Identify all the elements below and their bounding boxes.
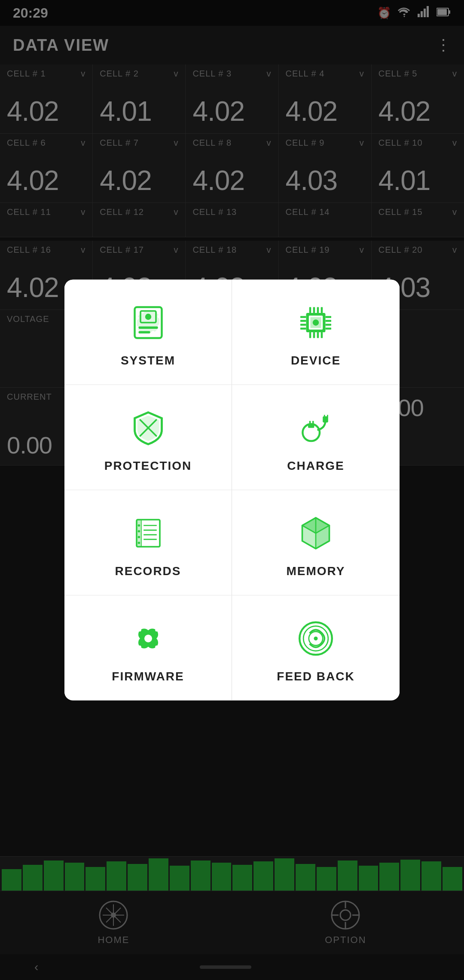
system-label: SYSTEM [121,354,175,368]
svg-point-80 [138,646,141,649]
records-icon [127,512,170,555]
svg-point-60 [137,524,140,527]
firmware-icon [127,617,170,660]
svg-rect-35 [309,307,311,313]
svg-rect-27 [300,316,306,318]
firmware-label: FIRMWARE [112,670,184,683]
memory-icon [294,512,337,555]
menu-modal: SYSTEM [64,280,400,701]
protection-icon [127,407,170,450]
svg-point-44 [313,319,319,325]
feedback-label: FEED BACK [277,670,354,683]
svg-rect-33 [326,324,332,326]
svg-rect-38 [321,307,323,313]
svg-point-77 [138,628,141,631]
menu-item-records[interactable]: RECORDS [64,490,232,596]
protection-label: PROTECTION [104,459,192,473]
svg-rect-42 [321,332,323,338]
charge-label: CHARGE [287,459,344,473]
svg-rect-34 [326,328,332,330]
device-icon [294,301,337,344]
menu-item-charge[interactable]: CHARGE [232,385,400,490]
memory-label: MEMORY [287,564,345,578]
svg-rect-49 [309,421,311,425]
modal-grid: SYSTEM [64,280,400,701]
svg-rect-53 [327,415,328,417]
svg-rect-37 [317,307,319,313]
svg-rect-28 [300,320,306,322]
svg-rect-29 [300,324,306,326]
menu-item-memory[interactable]: MEMORY [232,490,400,596]
menu-item-firmware[interactable]: FIRMWARE [64,596,232,701]
svg-rect-51 [323,416,328,423]
menu-item-feedback[interactable]: FEED BACK [232,596,400,701]
menu-item-device[interactable]: DEVICE [232,280,400,385]
svg-point-63 [137,542,140,544]
charge-icon [294,407,337,450]
svg-rect-50 [312,421,314,425]
feedback-icon [294,617,337,660]
svg-rect-41 [317,332,319,338]
records-label: RECORDS [115,564,181,578]
svg-rect-30 [300,328,306,330]
device-label: DEVICE [291,354,341,368]
svg-point-78 [155,646,158,649]
svg-rect-31 [326,316,332,318]
svg-point-79 [155,628,158,631]
svg-rect-39 [309,332,311,338]
svg-rect-32 [326,320,332,322]
svg-point-84 [314,637,318,640]
svg-rect-40 [313,332,315,338]
menu-item-system[interactable]: SYSTEM [64,280,232,385]
menu-item-protection[interactable]: PROTECTION [64,385,232,490]
svg-point-62 [137,536,140,538]
svg-rect-36 [313,307,315,313]
svg-rect-52 [324,415,325,417]
svg-point-61 [137,530,140,532]
system-icon [127,301,170,344]
svg-point-76 [144,635,152,643]
